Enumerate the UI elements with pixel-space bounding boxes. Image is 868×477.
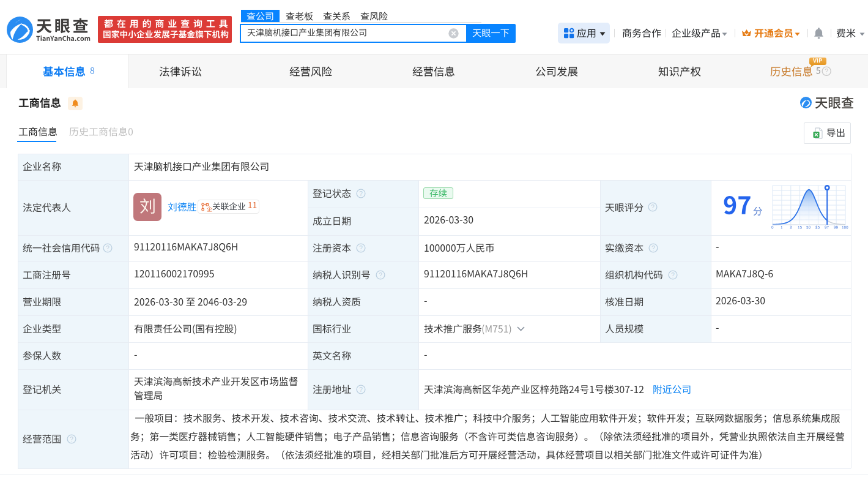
svg-text:?: ? <box>825 68 829 75</box>
svg-text:?: ? <box>106 245 109 252</box>
svg-text:?: ? <box>359 386 363 393</box>
svg-text:?: ? <box>379 271 382 278</box>
svg-text:?: ? <box>652 245 656 252</box>
svg-text:?: ? <box>359 245 363 252</box>
svg-text:?: ? <box>671 271 675 278</box>
svg-text:?: ? <box>70 436 73 443</box>
svg-text:?: ? <box>359 190 363 197</box>
svg-text:?: ? <box>651 204 655 211</box>
